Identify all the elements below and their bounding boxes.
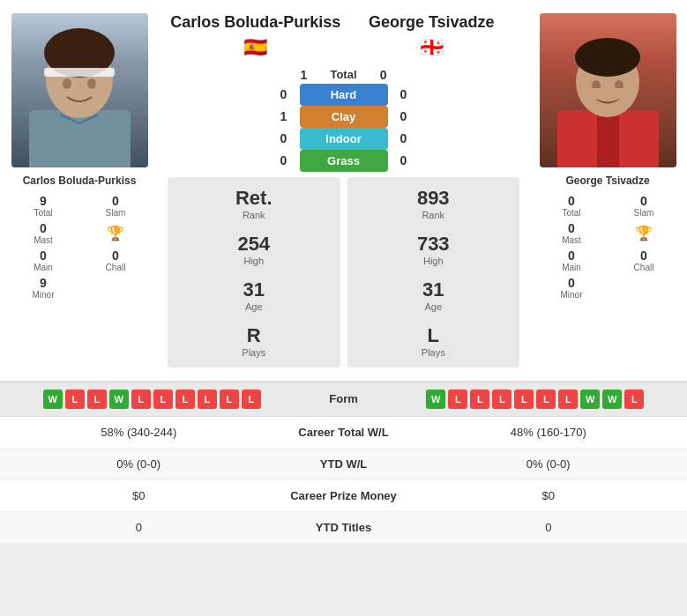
stats-row-center: YTD W/L (265, 457, 423, 471)
form-badge-right: L (448, 390, 467, 409)
player-left-stats: 9 Total 0 Slam 0 Mast 🏆 0 Main (4, 194, 154, 300)
form-badge-left: L (131, 390, 151, 409)
left-plays-box: R Plays (171, 320, 337, 362)
player-left-name: Carlos Boluda-Purkiss (23, 174, 137, 187)
right-minor-label: Minor (537, 290, 606, 300)
center-panel: Carlos Boluda-Purkiss 🇪🇸 George Tsivadze… (159, 9, 528, 372)
trophy-icon-right: 🏆 (635, 225, 653, 241)
left-slam-stat: 0 Slam (81, 194, 150, 218)
form-badge-left: L (242, 390, 261, 409)
stats-row-left: 0% (0-0) (13, 457, 265, 471)
stats-row-right: 0% (0-0) (423, 457, 675, 471)
form-badge-left: L (65, 390, 85, 409)
left-center-stats: Ret. Rank 254 High 31 Age R Plays (168, 177, 340, 367)
top-section: Carlos Boluda-Purkiss 9 Total 0 Slam 0 M… (0, 0, 687, 382)
left-age-label: Age (171, 301, 337, 312)
left-plays-label: Plays (171, 347, 337, 358)
right-slam-label: Slam (609, 208, 678, 218)
right-chall-stat: 0 Chall (609, 249, 678, 272)
left-chall-stat: 0 Chall (81, 249, 150, 272)
form-badge-left: W (43, 390, 63, 409)
right-slam-value: 0 (609, 194, 678, 208)
indoor-row: 0 Indoor 0 (168, 128, 519, 150)
form-badge-left: L (220, 390, 239, 409)
left-age-value: 31 (171, 278, 337, 301)
right-rank-value: 893 (351, 187, 517, 210)
svg-rect-3 (44, 68, 115, 77)
right-age-box: 31 Age (351, 274, 517, 316)
right-main-label: Main (537, 263, 606, 272)
indoor-button[interactable]: Indoor (300, 128, 388, 150)
left-player-title: Carlos Boluda-Purkiss (170, 13, 340, 33)
left-minor-value: 9 (9, 276, 78, 290)
player-right-photo (540, 13, 676, 167)
hard-left: 0 (275, 87, 293, 101)
right-plays-value: L (351, 324, 517, 347)
left-total-value: 9 (9, 194, 78, 208)
right-slam-stat: 0 Slam (609, 194, 678, 218)
left-mast-value: 0 (9, 221, 78, 235)
right-flag: 🇬🇪 (420, 36, 444, 59)
player-right: George Tsivadze 0 Total 0 Slam 0 Mast 🏆 (528, 9, 687, 372)
grass-left: 0 (275, 153, 293, 167)
form-badge-right: W (580, 390, 600, 409)
right-total-label: Total (537, 208, 606, 218)
stats-row-center: Career Total W/L (265, 426, 423, 439)
right-plays-box: L Plays (351, 320, 517, 362)
left-plays-value: R (171, 324, 337, 347)
players-header: Carlos Boluda-Purkiss 🇪🇸 George Tsivadze… (168, 13, 519, 59)
right-mast-label: Mast (537, 235, 606, 245)
clay-button[interactable]: Clay (300, 106, 388, 128)
left-main-stat: 0 Main (9, 249, 78, 272)
total-right: 0 (375, 68, 392, 82)
left-minor-stat: 9 Minor (9, 276, 78, 300)
right-plays-label: Plays (351, 347, 517, 358)
left-rank-label: Rank (171, 210, 337, 220)
stats-row-center: Career Prize Money (265, 489, 423, 502)
hard-right: 0 (395, 87, 413, 101)
left-slam-label: Slam (81, 208, 150, 218)
center-stats-row: Ret. Rank 254 High 31 Age R Plays (168, 177, 519, 367)
svg-rect-7 (597, 115, 619, 167)
form-badge-right: L (536, 390, 556, 409)
left-high-value: 254 (171, 233, 337, 256)
hard-button[interactable]: Hard (300, 84, 388, 106)
clay-left: 1 (275, 109, 293, 123)
right-rank-box: 893 Rank (351, 182, 517, 225)
clay-row: 1 Clay 0 (168, 106, 519, 128)
right-minor-value: 0 (537, 276, 606, 290)
svg-point-5 (87, 78, 96, 89)
svg-point-4 (63, 78, 71, 89)
stats-row-right: $0 (423, 489, 675, 502)
right-total-value: 0 (537, 194, 606, 208)
stats-row-right: 48% (160-170) (423, 426, 675, 439)
left-chall-value: 0 (81, 249, 150, 263)
stats-row-right: 0 (423, 521, 675, 534)
right-mast-stat: 0 Mast (537, 221, 606, 245)
right-age-label: Age (351, 301, 517, 312)
grass-button[interactable]: Grass (300, 150, 388, 172)
player-right-name: George Tsivadze (565, 174, 649, 187)
stats-row: $0Career Prize Money$0 (0, 480, 687, 512)
stats-row-left: 0 (13, 521, 265, 534)
player-left-photo (11, 13, 148, 167)
right-age-value: 31 (351, 278, 517, 301)
right-high-value: 733 (351, 233, 517, 256)
form-badge-left: L (87, 390, 107, 409)
form-right-badges: WLLLLLLWWL (397, 390, 675, 409)
clay-right: 0 (395, 109, 413, 123)
form-badge-left: L (153, 390, 173, 409)
form-badge-left: L (198, 390, 217, 409)
right-high-box: 733 High (351, 228, 517, 271)
left-main-label: Main (9, 263, 78, 272)
stats-row: 0YTD Titles0 (0, 512, 687, 544)
right-chall-value: 0 (609, 249, 678, 263)
left-slam-value: 0 (81, 194, 150, 208)
form-badge-right: L (492, 390, 512, 409)
main-container: Carlos Boluda-Purkiss 9 Total 0 Slam 0 M… (0, 0, 687, 544)
right-mast-value: 0 (537, 221, 606, 235)
total-label: Total (330, 68, 356, 81)
right-main-value: 0 (537, 249, 606, 263)
stats-row-left: $0 (13, 489, 265, 502)
left-total-label: Total (9, 208, 78, 218)
